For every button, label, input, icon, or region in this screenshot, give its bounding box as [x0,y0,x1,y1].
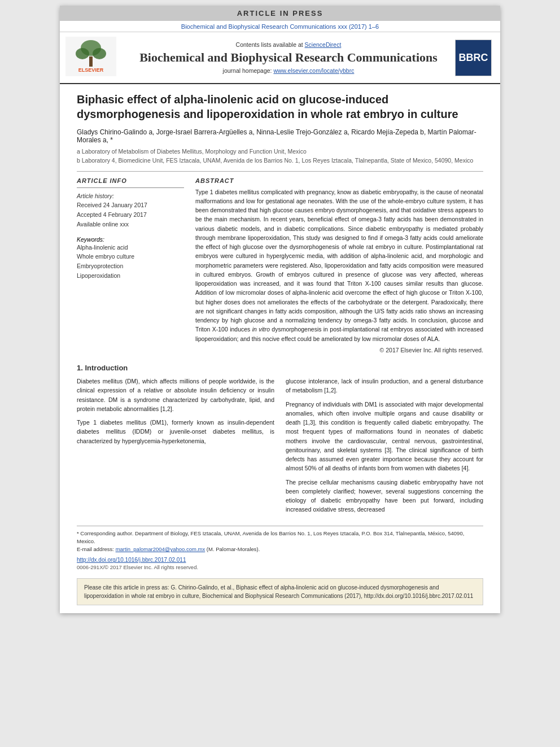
affiliation-b: b Laboratory 4, Biomedicine Unit, FES Iz… [77,156,483,165]
homepage-label: journal homepage: [223,67,272,74]
svg-text:ELSEVIER: ELSEVIER [78,67,104,73]
journal-title: Biochemical and Biophysical Research Com… [128,50,449,65]
email-line: E-mail address: martin_palomar2004@yahoo… [77,545,483,553]
svg-point-3 [93,48,106,59]
homepage-line: journal homepage: www.elsevier.com/locat… [128,67,449,74]
corresponding-author-note: * Corresponding author. Department of Bi… [77,530,483,546]
main-content: Biphasic effect of alpha-linolenic acid … [60,84,500,613]
article-info-column: ARTICLE INFO Article history: Received 2… [77,177,184,354]
intro-para-3: glucose intolerance, lack of insulin pro… [286,377,483,395]
keywords-block: Keywords: Alpha-linolenic acid Whole emb… [77,236,184,281]
keyword-3: Embryoprotection [77,261,184,271]
keyword-1: Alpha-linolenic acid [77,243,184,252]
abstract-body: Type 1 diabetes mellitus complicated wit… [195,189,483,342]
email-link[interactable]: martin_palomar2004@yahoo.com.mx [116,546,205,552]
svg-rect-4 [89,56,93,67]
issn-line: 0006-291X/© 2017 Elsevier Inc. All right… [77,564,483,570]
bbrc-logo: BBRC [455,40,492,76]
journal-ref-line: Biochemical and Biophysical Research Com… [60,21,500,32]
history-label: Article history: [77,191,184,201]
citation-box: Please cite this article in press as: G.… [77,578,483,605]
introduction-section: 1. Introduction Diabetes mellitus (DM), … [77,364,483,519]
affiliations: a Laboratory of Metabolism of Diabetes M… [77,147,483,165]
authors-line: Gladys Chirino-Galindo a, Jorge-Israel B… [77,128,483,144]
keyword-2: Whole embryo culture [77,252,184,261]
info-abstract-columns: ARTICLE INFO Article history: Received 2… [77,177,483,354]
article-info-divider [77,187,184,188]
keyword-4: Lipoperoxidation [77,271,184,281]
accepted-date: Accepted 4 February 2017 [77,210,184,220]
contents-label: Contents lists available at [236,41,305,48]
article-in-press-banner: ARTICLE IN PRESS [60,6,500,21]
intro-para-1: Diabetes mellitus (DM), which affects mi… [77,377,274,413]
copyright-text: © 2017 Elsevier Inc. All rights reserved… [195,347,483,353]
elsevier-logo-container: ELSEVIER [65,37,122,78]
intro-left-col: Diabetes mellitus (DM), which affects mi… [77,377,274,519]
journal-header-center: Contents lists available at ScienceDirec… [122,41,455,74]
page-container: ARTICLE IN PRESS Biochemical and Biophys… [60,6,500,613]
sciencedirect-link[interactable]: ScienceDirect [305,41,342,48]
journal-ref-text: Biochemical and Biophysical Research Com… [181,23,379,30]
intro-para-4: Pregnancy of individuals with DM1 is ass… [286,400,483,473]
section-title: 1. Introduction [77,364,483,372]
banner-text: ARTICLE IN PRESS [237,9,323,18]
article-history: Article history: Received 24 January 201… [77,191,184,229]
journal-header: ELSEVIER Contents lists available at Sci… [60,32,500,84]
affiliation-a: a Laboratory of Metabolism of Diabetes M… [77,147,483,156]
article-title: Biphasic effect of alpha-linolenic acid … [77,92,483,121]
footnote-section: * Corresponding author. Department of Bi… [77,526,483,571]
intro-para-2: Type 1 diabetes mellitus (DM1), formerly… [77,418,274,445]
bbrc-logo-text: BBRC [459,52,488,64]
intro-para-5: The precise cellular mechanisms causing … [286,478,483,514]
corresponding-author-text: * Corresponding author. Department of Bi… [77,530,464,544]
citation-text: Please cite this article in press as: G.… [84,584,473,599]
abstract-text: Type 1 diabetes mellitus complicated wit… [195,187,483,344]
intro-columns: Diabetes mellitus (DM), which affects mi… [77,377,483,519]
intro-right-col: glucose intolerance, lack of insulin pro… [286,377,483,519]
received-date: Received 24 January 2017 [77,200,184,210]
doi-link[interactable]: http://dx.doi.org/10.1016/j.bbrc.2017.02… [77,557,186,563]
authors-text: Gladys Chirino-Galindo a, Jorge-Israel B… [77,128,476,144]
email-label: E-mail address: [77,546,114,552]
elsevier-logo: ELSEVIER [65,37,116,76]
homepage-url[interactable]: www.elsevier.com/locate/ybbrc [273,67,354,74]
abstract-column: ABSTRACT Type 1 diabetes mellitus compli… [195,177,483,354]
doi-line[interactable]: http://dx.doi.org/10.1016/j.bbrc.2017.02… [77,557,483,563]
contents-line: Contents lists available at ScienceDirec… [128,41,449,48]
keywords-label: Keywords: [77,236,184,243]
email-person: (M. Palomar-Morales). [207,546,260,552]
abstract-heading: ABSTRACT [195,177,483,184]
available-online: Available online xxx [77,220,184,229]
article-info-heading: ARTICLE INFO [77,177,184,184]
svg-point-2 [76,48,89,59]
journal-header-right: BBRC [455,40,495,76]
header-divider [77,171,483,172]
